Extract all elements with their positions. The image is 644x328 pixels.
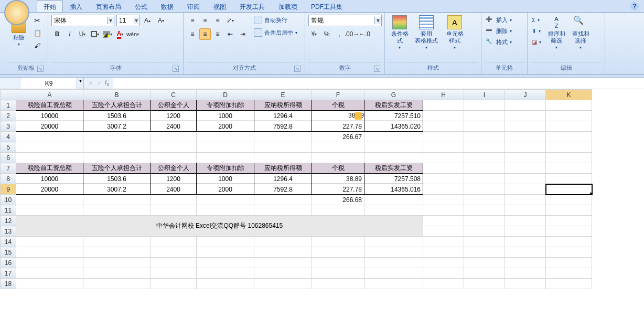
row-header-11[interactable]: 11 — [1, 205, 16, 216]
cell-B5[interactable] — [83, 142, 151, 153]
cell-K17[interactable] — [546, 268, 592, 279]
name-box[interactable]: ▾ — [21, 78, 84, 89]
cell-G3[interactable]: 14365.020 — [364, 121, 423, 132]
cell-I1[interactable] — [464, 100, 505, 111]
cell-F14[interactable] — [312, 237, 364, 247]
cell-D8[interactable]: 1000 — [197, 174, 254, 184]
cell-H15[interactable] — [423, 247, 464, 258]
sort-filter-button[interactable]: AZ排序和 筛选▾ — [544, 15, 568, 51]
cell-J5[interactable] — [505, 142, 546, 153]
cell-E16[interactable] — [254, 258, 312, 268]
cell-I10[interactable] — [464, 195, 505, 205]
align-left-button[interactable]: ≡ — [187, 28, 198, 40]
cell-G7[interactable]: 税后实发工资 — [364, 163, 423, 174]
row-header-9[interactable]: 9 — [1, 184, 16, 195]
align-right-button[interactable]: ≡ — [212, 28, 223, 40]
column-header-B[interactable]: B — [83, 90, 151, 100]
cell-J13[interactable] — [505, 226, 546, 237]
cell-C7[interactable]: 公积金个人 — [151, 163, 197, 174]
cell-H7[interactable] — [423, 163, 464, 174]
cell-B8[interactable]: 1503.6 — [83, 174, 151, 184]
row-header-2[interactable]: 2 — [1, 111, 16, 121]
enter-formula-icon[interactable]: ✓ — [96, 80, 102, 87]
cell-I9[interactable] — [464, 184, 505, 195]
cell-D15[interactable] — [197, 247, 254, 258]
cell-E7[interactable]: 应纳税所得额 — [254, 163, 312, 174]
cell-B10[interactable] — [83, 195, 151, 205]
cell-G10[interactable] — [364, 195, 423, 205]
cell-E10[interactable] — [254, 195, 312, 205]
cell-K5[interactable] — [546, 142, 592, 153]
autosum-button[interactable]: Σ▾ — [531, 15, 542, 25]
cell-G5[interactable] — [364, 142, 423, 153]
font-launcher-icon[interactable]: ↘ — [173, 66, 179, 72]
chevron-down-icon[interactable]: ▾ — [374, 17, 381, 24]
row-header-18[interactable]: 18 — [1, 279, 16, 289]
cell-F17[interactable] — [312, 268, 364, 279]
cell-F9[interactable]: 227.78 — [312, 184, 364, 195]
fill-button[interactable]: ⬇▾ — [531, 26, 542, 36]
cell-D2[interactable]: 1000 — [197, 111, 254, 121]
cell-B18[interactable] — [83, 279, 151, 289]
wrap-text-button[interactable]: 自动换行 — [253, 15, 298, 25]
cell-C18[interactable] — [151, 279, 197, 289]
cell-G15[interactable] — [364, 247, 423, 258]
cell-E1[interactable]: 应纳税所得额 — [254, 100, 312, 111]
cell-A5[interactable] — [16, 142, 83, 153]
merge-center-button[interactable]: 合并后居中▾ — [253, 27, 298, 38]
cell-A16[interactable] — [16, 258, 83, 268]
align-middle-button[interactable]: ≡ — [199, 15, 211, 26]
cell-J9[interactable] — [505, 184, 546, 195]
cell-G1[interactable]: 税后实发工资 — [364, 100, 423, 111]
column-header-C[interactable]: C — [151, 90, 197, 100]
cell-D14[interactable] — [197, 237, 254, 247]
row-header-10[interactable]: 10 — [1, 195, 16, 205]
cell-I15[interactable] — [464, 247, 505, 258]
cell-F4[interactable]: 266.67 — [312, 132, 364, 142]
cell-F10[interactable]: 266.68 — [312, 195, 364, 205]
cell-D10[interactable] — [197, 195, 254, 205]
decrease-decimal-button[interactable]: ←.0 — [359, 28, 370, 40]
format-painter-button[interactable] — [31, 40, 43, 51]
cell-style-button[interactable]: A单元格 样式▾ — [442, 15, 468, 51]
cell-A14[interactable] — [16, 237, 83, 247]
chevron-down-icon[interactable]: ▾ — [107, 17, 114, 24]
cell-G9[interactable]: 14365.016 — [364, 184, 423, 195]
cell-H5[interactable] — [423, 142, 464, 153]
cell-A4[interactable] — [16, 132, 83, 142]
cell-B15[interactable] — [83, 247, 151, 258]
cell-J15[interactable] — [505, 247, 546, 258]
decrease-indent-button[interactable]: ⇤ — [224, 28, 236, 40]
cell-G6[interactable] — [364, 153, 423, 163]
cell-D9[interactable]: 2000 — [197, 184, 254, 195]
cell-I11[interactable] — [464, 205, 505, 216]
cell-C14[interactable] — [151, 237, 197, 247]
cell-I18[interactable] — [464, 279, 505, 289]
row-header-12[interactable]: 12 — [1, 216, 16, 226]
cell-F15[interactable] — [312, 247, 364, 258]
cell-C15[interactable] — [151, 247, 197, 258]
cell-C10[interactable] — [151, 195, 197, 205]
cell-F16[interactable] — [312, 258, 364, 268]
cell-E11[interactable] — [254, 205, 312, 216]
cell-K2[interactable] — [546, 111, 592, 121]
cell-J11[interactable] — [505, 205, 546, 216]
cell-G16[interactable] — [364, 258, 423, 268]
cell-B1[interactable]: 五险个人承担合计 — [83, 100, 151, 111]
border-button[interactable]: ▾ — [89, 28, 101, 40]
italic-button[interactable]: I — [64, 28, 76, 40]
help-icon[interactable]: ? — [630, 2, 639, 10]
column-header-H[interactable]: H — [423, 90, 464, 100]
cell-G14[interactable] — [364, 237, 423, 247]
cell-D18[interactable] — [197, 279, 254, 289]
fx-icon[interactable]: fx — [105, 79, 109, 87]
cell-I4[interactable] — [464, 132, 505, 142]
cell-J12[interactable] — [505, 216, 546, 226]
tab-数据[interactable]: 数据 — [154, 0, 180, 12]
tab-公式[interactable]: 公式 — [128, 0, 154, 12]
cell-F6[interactable] — [312, 153, 364, 163]
increase-indent-button[interactable]: ⇥ — [237, 28, 249, 40]
cell-I12[interactable] — [464, 216, 505, 226]
cell-G11[interactable] — [364, 205, 423, 216]
cell-H16[interactable] — [423, 258, 464, 268]
